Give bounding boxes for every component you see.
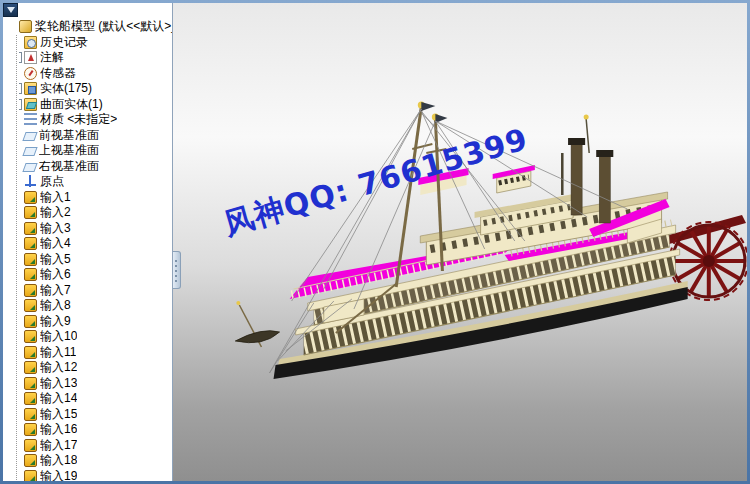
- part-icon: [19, 20, 32, 33]
- expand-toggle-icon[interactable]: [19, 52, 22, 63]
- tree-item[interactable]: 输入4: [19, 236, 172, 252]
- tree-item[interactable]: 右视基准面: [19, 159, 172, 175]
- tree-item[interactable]: 输入17: [19, 438, 172, 454]
- feature-label: 输入8: [40, 298, 71, 314]
- tree-item[interactable]: 传感器: [19, 66, 172, 82]
- app-window: 桨轮船模型 (默认<<默认>_显 历史记录 注解: [0, 0, 750, 484]
- feature-icon: [24, 113, 37, 126]
- feature-label: 输入12: [40, 360, 77, 376]
- feature-icon: [24, 206, 37, 219]
- feature-label: 前视基准面: [39, 128, 99, 144]
- tree-item[interactable]: 实体(175): [19, 81, 172, 97]
- tree-item[interactable]: 原点: [19, 174, 172, 190]
- tree-item[interactable]: 注解: [19, 50, 172, 66]
- feature-icon: [24, 98, 37, 111]
- tree-item[interactable]: 输入1: [19, 190, 172, 206]
- tree-item[interactable]: 输入9: [19, 314, 172, 330]
- tree-item[interactable]: 输入12: [19, 360, 172, 376]
- feature-label: 材质 <未指定>: [40, 112, 117, 128]
- feature-icon: [24, 408, 37, 421]
- feature-label: 输入18: [40, 453, 77, 469]
- tree-item[interactable]: 输入3: [19, 221, 172, 237]
- tree-item[interactable]: 材质 <未指定>: [19, 112, 172, 128]
- feature-label: 传感器: [40, 66, 76, 82]
- panel-splitter[interactable]: [173, 251, 181, 289]
- feature-icon: [24, 392, 37, 405]
- feature-icon: [24, 330, 37, 343]
- feature-icon: [22, 163, 37, 172]
- feature-label: 历史记录: [40, 35, 88, 51]
- tree-item[interactable]: 历史记录: [19, 35, 172, 51]
- tree-item[interactable]: 输入15: [19, 407, 172, 423]
- feature-label: 输入5: [40, 252, 71, 268]
- feature-tree: 历史记录 注解 传感器: [16, 35, 172, 482]
- feature-label: 曲面实体(1): [40, 97, 103, 113]
- tree-item[interactable]: 输入19: [19, 469, 172, 482]
- feature-icon: [24, 439, 37, 452]
- pushpin-icon[interactable]: [3, 3, 18, 17]
- boat-model-svg: [173, 3, 747, 481]
- tree-item[interactable]: 输入6: [19, 267, 172, 283]
- feature-icon: [24, 268, 37, 281]
- tree-root-item[interactable]: 桨轮船模型 (默认<<默认>_显: [7, 19, 172, 35]
- feature-label: 输入11: [40, 345, 76, 361]
- feature-icon: [22, 147, 37, 156]
- feature-label: 上视基准面: [39, 143, 99, 159]
- feature-icon: [24, 470, 37, 481]
- feature-icon: [24, 315, 37, 328]
- feature-label: 原点: [40, 174, 64, 190]
- feature-icon: [24, 82, 37, 95]
- graphics-area[interactable]: 风神QQ: 76615399: [173, 3, 747, 481]
- feature-icon: [24, 191, 37, 204]
- feature-icon: [24, 67, 37, 80]
- tree-item[interactable]: 输入2: [19, 205, 172, 221]
- feature-icon: [24, 237, 37, 250]
- tree-item[interactable]: 前视基准面: [19, 128, 172, 144]
- feature-label: 输入3: [40, 221, 71, 237]
- tree-item[interactable]: 输入10: [19, 329, 172, 345]
- feature-label: 输入13: [40, 376, 77, 392]
- feature-icon: [24, 346, 37, 359]
- feature-label: 注解: [40, 50, 64, 66]
- feature-label: 输入17: [40, 438, 77, 454]
- feature-label: 输入6: [40, 267, 71, 283]
- feature-icon: [24, 51, 37, 64]
- feature-label: 输入7: [40, 283, 71, 299]
- feature-label: 输入19: [40, 469, 77, 482]
- tree-item[interactable]: 输入5: [19, 252, 172, 268]
- feature-icon: [24, 299, 37, 312]
- tree-item[interactable]: 输入14: [19, 391, 172, 407]
- tree-item[interactable]: 输入11: [19, 345, 172, 361]
- feature-icon: [24, 253, 37, 266]
- part-name: 桨轮船模型 (默认<<默认>_显: [35, 19, 172, 35]
- feature-label: 输入14: [40, 391, 77, 407]
- feature-icon: [24, 454, 37, 467]
- expand-toggle-icon[interactable]: [19, 99, 22, 110]
- feature-label: 输入15: [40, 407, 77, 423]
- tree-item[interactable]: 上视基准面: [19, 143, 172, 159]
- expand-toggle-icon[interactable]: [19, 83, 22, 94]
- feature-icon: [24, 175, 37, 188]
- tree-item[interactable]: 输入16: [19, 422, 172, 438]
- feature-icon: [24, 423, 37, 436]
- tree-item[interactable]: 输入18: [19, 453, 172, 469]
- feature-label: 输入1: [40, 190, 71, 206]
- feature-label: 输入2: [40, 205, 71, 221]
- tree-item[interactable]: 输入8: [19, 298, 172, 314]
- feature-label: 右视基准面: [39, 159, 99, 175]
- feature-label: 输入9: [40, 314, 71, 330]
- feature-label: 输入10: [40, 329, 77, 345]
- tree-item[interactable]: 输入13: [19, 376, 172, 392]
- tree-item[interactable]: 曲面实体(1): [19, 97, 172, 113]
- feature-icon: [24, 377, 37, 390]
- feature-label: 输入4: [40, 236, 71, 252]
- feature-icon: [24, 361, 37, 374]
- feature-icon: [24, 36, 37, 49]
- tree-item[interactable]: 输入7: [19, 283, 172, 299]
- feature-icon: [24, 222, 37, 235]
- feature-icon: [24, 284, 37, 297]
- feature-manager-panel: 桨轮船模型 (默认<<默认>_显 历史记录 注解: [3, 3, 173, 481]
- feature-label: 输入16: [40, 422, 77, 438]
- feature-icon: [22, 132, 37, 141]
- feature-label: 实体(175): [40, 81, 92, 97]
